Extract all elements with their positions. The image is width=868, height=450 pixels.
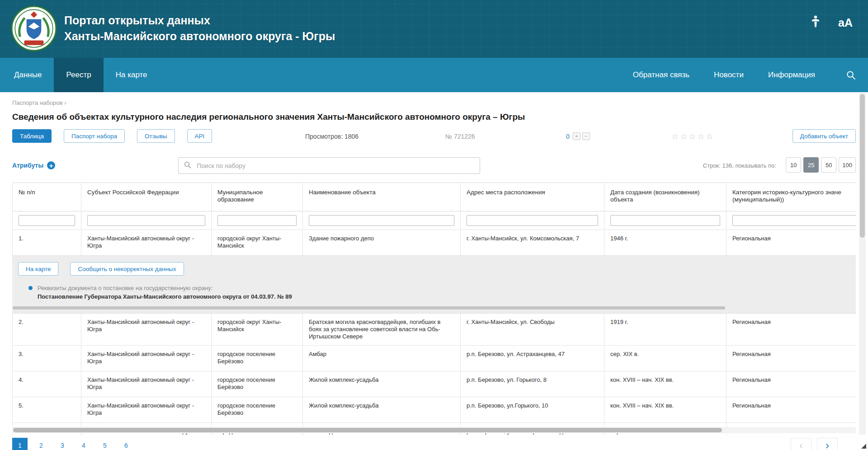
minus-icon[interactable]: −	[582, 132, 590, 140]
cell-subject: Ханты-Мансийский автономный округ - Югра	[81, 314, 212, 345]
vertical-scrollbar[interactable]	[859, 93, 866, 435]
table-row[interactable]: 4. Ханты-Мансийский автономный округ - Ю…	[12, 371, 856, 397]
table-filter-row	[12, 211, 856, 230]
column-filter-input[interactable]	[732, 215, 856, 226]
detail-scrollbar[interactable]	[13, 306, 725, 309]
breadcrumb[interactable]: Паспорта наборов ›	[12, 99, 856, 107]
views-counter: Просмотров: 1806	[305, 133, 359, 140]
cell-address: г. Ханты-Мансийск, ул. Комсомольская, 7	[461, 230, 604, 255]
column-filter-input[interactable]	[309, 215, 454, 226]
vertical-scrollbar-thumb[interactable]	[860, 94, 865, 238]
cell-num: 2.	[12, 314, 81, 345]
site-header: Портал открытых данных Ханты-Мансийского…	[0, 0, 868, 58]
cell-num: 5.	[12, 397, 81, 422]
tab-table[interactable]: Таблица	[12, 129, 52, 143]
attributes-toggle[interactable]: Атрибуты +	[12, 161, 55, 169]
header-controls: аА	[808, 14, 853, 31]
column-filter-input[interactable]	[87, 215, 205, 226]
tab-api[interactable]: API	[187, 129, 212, 143]
nav-item-information[interactable]: Информация	[756, 58, 827, 92]
dataset-tabs: Таблица Паспорт набора Отзывы API	[12, 129, 212, 143]
cell-address: р.п. Березово, ул. Астраханцева, 47	[461, 346, 604, 371]
table-row[interactable]: 3. Ханты-Мансийский автономный округ - Ю…	[12, 346, 856, 371]
nav-item-data[interactable]: Данные	[2, 58, 54, 92]
cell-subject: Ханты-Мансийский автономный округ - Югра	[81, 371, 212, 397]
page-button-1[interactable]: 1	[12, 438, 28, 450]
cell-subject: Ханты-Мансийский автономный округ - Югра	[81, 397, 212, 422]
cell-category: Региональная	[726, 230, 856, 255]
page-button-3[interactable]: 3	[55, 438, 70, 450]
data-table: № п/п Субъект Российской Федерации Муниц…	[12, 183, 856, 436]
cell-subject: Ханты-Мансийский автономный округ - Югра	[81, 346, 212, 371]
cell-date: кон. XVIII – нач. XIX вв.	[604, 371, 726, 397]
prev-page-icon[interactable]: ‹	[791, 438, 811, 450]
nav-item-feedback[interactable]: Обратная связь	[621, 58, 702, 92]
column-filter-input[interactable]	[19, 215, 75, 226]
dataset-search	[178, 157, 480, 174]
nav-item-news[interactable]: Новости	[702, 58, 756, 92]
page-button-2[interactable]: 2	[33, 438, 49, 450]
search-icon[interactable]	[846, 70, 856, 82]
font-size-icon[interactable]: аА	[838, 16, 853, 29]
rating-controls: 0 + −	[566, 132, 590, 140]
pagination: 1 2 3 4 5 6 ‹ ›	[12, 436, 856, 450]
cell-address: р.п. Березово, ул.Горького, 10	[461, 397, 604, 422]
column-filter-input[interactable]	[217, 215, 297, 226]
column-header: Муниципальное образование	[212, 183, 303, 211]
page-size-100[interactable]: 100	[839, 157, 856, 173]
page-button-4[interactable]: 4	[76, 438, 91, 450]
page-button-5[interactable]: 5	[97, 438, 113, 450]
report-incorrect-data-button[interactable]: Сообщить о некорректных данных	[70, 262, 184, 276]
nav-left: Данные Реестр На карте	[2, 58, 160, 92]
attributes-label: Атрибуты	[12, 162, 43, 169]
table-header-row: № п/п Субъект Российской Федерации Муниц…	[12, 183, 856, 211]
cell-num: 1.	[12, 230, 81, 255]
bullet-dot-icon	[28, 286, 33, 290]
page-button-6[interactable]: 6	[118, 438, 134, 450]
on-map-button[interactable]: На карте	[18, 262, 58, 276]
nav-item-map[interactable]: На карте	[104, 58, 160, 92]
cell-category: Региональная	[726, 346, 856, 371]
page-size-25[interactable]: 25	[803, 157, 819, 173]
cell-municipality: городское поселение Берёзово	[212, 346, 303, 371]
coat-of-arms-yugra-logo[interactable]	[11, 5, 57, 52]
page-size-50[interactable]: 50	[821, 157, 836, 173]
page-title: Сведения об объектах культурного наследи…	[12, 112, 856, 123]
horizontal-scrollbar[interactable]	[12, 427, 856, 433]
nav-item-registry[interactable]: Реестр	[54, 58, 103, 92]
resize-corner-icon	[861, 444, 866, 449]
accessibility-person-icon[interactable]	[808, 14, 823, 31]
next-page-icon[interactable]: ›	[817, 438, 838, 450]
tab-passport[interactable]: Паспорт набора	[64, 129, 125, 143]
column-filter-input[interactable]	[467, 215, 598, 226]
cell-object-name: Амбар	[303, 346, 461, 371]
row-detail-buttons: На карте Сообщить о некорректных данных	[18, 262, 856, 276]
cell-address: г. Ханты-Мансийск, ул. Свободы	[461, 314, 604, 345]
plus-icon[interactable]: +	[573, 132, 580, 140]
cell-object-name: Жилой комплекс-усадьба	[303, 371, 461, 397]
cell-subject: Ханты-Мансийский автономный округ - Югра	[81, 230, 212, 255]
cell-object-name: Братская могила красногвардейцев, погибш…	[303, 314, 461, 345]
cell-date: 1919 г.	[604, 314, 726, 345]
search-input[interactable]	[196, 162, 475, 170]
document-value: Постановление Губернатора Ханты-Мансийск…	[38, 293, 292, 300]
star-rating[interactable]: ☆☆☆☆☆	[671, 131, 715, 141]
nav-right: Обратная связь Новости Информация	[621, 58, 827, 92]
dataset-toolbar: Таблица Паспорт набора Отзывы API Просмо…	[12, 129, 856, 145]
cell-category: Региональная	[726, 314, 856, 345]
table-row[interactable]: 5. Ханты-Мансийский автономный округ - Ю…	[12, 397, 856, 423]
page-size-10[interactable]: 10	[786, 157, 801, 173]
horizontal-scrollbar-thumb[interactable]	[13, 428, 722, 432]
table-row[interactable]: 1. Ханты-Мансийский автономный округ - Ю…	[12, 230, 856, 256]
cell-num: 3.	[12, 346, 81, 371]
dataset-number: № 721226	[445, 133, 475, 140]
document-label: Реквизиты документа о постановке на госу…	[38, 284, 292, 292]
column-header: № п/п	[12, 183, 81, 211]
add-object-button[interactable]: Добавить объект	[793, 129, 856, 143]
table-row[interactable]: 2. Ханты-Мансийский автономный округ - Ю…	[12, 314, 856, 346]
plus-circle-icon: +	[47, 161, 55, 169]
cell-object-name: Жилой комплекс-усадьба	[303, 397, 461, 422]
tab-reviews[interactable]: Отзывы	[137, 129, 175, 143]
column-filter-input[interactable]	[610, 215, 720, 226]
column-header: Категория историко-культурного значе (му…	[726, 183, 856, 211]
